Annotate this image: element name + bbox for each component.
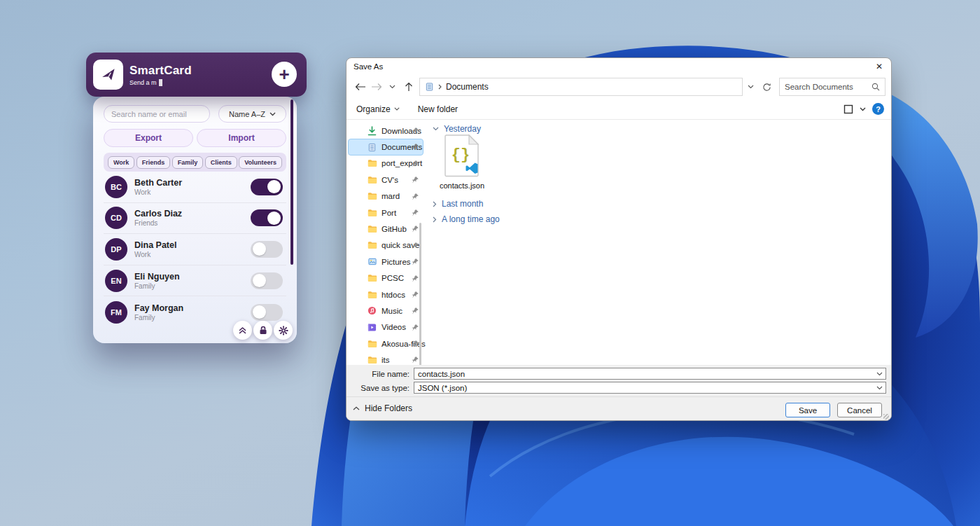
dialog-title: Save As [354, 62, 383, 71]
address-bar[interactable]: Documents [419, 78, 743, 96]
settings-button[interactable] [274, 321, 293, 340]
filename-panel: File name: Save as type: JSON (*.json) [346, 365, 891, 396]
folder-icon [367, 355, 377, 366]
contact-toggle[interactable] [251, 241, 283, 258]
contact-tag: Work [134, 188, 182, 196]
contact-tag: Family [134, 282, 180, 290]
sidebar-item-cvs[interactable]: CV's [348, 172, 424, 188]
resize-grip[interactable] [883, 414, 889, 420]
chevron-right-icon [433, 201, 437, 207]
double-chevron-up-icon [238, 326, 247, 335]
pin-icon [411, 291, 419, 299]
view-options-icon[interactable] [844, 104, 853, 114]
toggle-knob [253, 242, 266, 256]
toggle-knob [267, 180, 281, 193]
contact-toggle[interactable] [251, 209, 283, 226]
pin-icon [411, 324, 419, 332]
tag-chip-clients[interactable]: Clients [205, 156, 237, 169]
sidebar-item-music[interactable]: Music [348, 303, 424, 319]
avatar: CD [105, 207, 127, 229]
contact-toggle[interactable] [251, 179, 283, 195]
sidebar-item-port-export[interactable]: port_export [348, 155, 424, 172]
tag-chip-work[interactable]: Work [108, 156, 134, 169]
hide-folders-button[interactable]: Hide Folders [353, 403, 412, 413]
forward-button[interactable] [368, 78, 384, 95]
file-contacts-json[interactable]: {} contacts.json [439, 134, 485, 190]
sidebar-item-quick-save[interactable]: quick save [348, 237, 424, 254]
save-button[interactable]: Save [785, 403, 830, 417]
sidebar-item-documents[interactable]: Documents [348, 139, 424, 155]
lock-icon [259, 326, 267, 335]
breadcrumb[interactable]: Documents [446, 82, 489, 92]
folder-icon [367, 273, 377, 284]
contact-toggle[interactable] [251, 272, 283, 289]
pin-icon [411, 143, 419, 151]
contact-list: BC Beth Carter Work CD Carlos Diaz Frien… [104, 172, 286, 328]
close-button[interactable]: ✕ [872, 60, 887, 73]
tag-chip-volunteers[interactable]: Volunteers [239, 156, 282, 169]
chevron-up-icon [353, 406, 360, 410]
sidebar-item-pictures[interactable]: Pictures [348, 254, 424, 270]
contact-toggle[interactable] [251, 304, 283, 321]
sidebar-item-port[interactable]: Port [348, 205, 424, 221]
dialog-titlebar[interactable]: Save As ✕ [346, 58, 891, 75]
recent-locations-button[interactable] [384, 78, 400, 95]
sidebar-item-videos[interactable]: Videos [348, 319, 424, 335]
sidebar-item-label: its [382, 356, 390, 364]
sidebar-item-github[interactable]: GitHub [348, 221, 424, 237]
tag-filter-band: Work Friends Family Clients Volunteers [104, 153, 286, 172]
refresh-button[interactable] [759, 78, 775, 95]
dialog-toolbar: Organize New folder ? [346, 99, 891, 120]
group-last-month[interactable]: Last month [433, 199, 483, 209]
chevron-down-icon[interactable] [860, 107, 866, 111]
documents-icon [367, 142, 377, 153]
new-folder-button[interactable]: New folder [418, 104, 458, 114]
contact-name: Dina Patel [134, 240, 176, 250]
breadcrumb-chevron-icon [438, 84, 442, 90]
cancel-button[interactable]: Cancel [837, 403, 882, 417]
chevron-down-icon [270, 112, 276, 116]
back-button[interactable] [352, 78, 368, 95]
tag-chip-family[interactable]: Family [172, 156, 204, 169]
search-input[interactable] [104, 105, 210, 123]
tag-chip-friends[interactable]: Friends [136, 156, 171, 169]
svg-text:{}: {} [451, 146, 470, 164]
search-documents-input[interactable] [780, 83, 867, 91]
help-button[interactable]: ? [872, 103, 884, 115]
sidebar-item-pcsc[interactable]: PCSC [348, 270, 424, 286]
sidebar-item-label: Port [382, 209, 396, 217]
organize-menu[interactable]: Organize [356, 104, 400, 114]
add-contact-button[interactable]: + [272, 62, 297, 87]
sidebar-item-label: CV's [382, 176, 398, 184]
folder-icon [367, 240, 377, 251]
group-a-long-time-ago[interactable]: A long time ago [433, 214, 500, 224]
sidebar-item-mard[interactable]: mard [348, 188, 424, 205]
smartcard-scrollbar[interactable] [290, 99, 293, 265]
sidebar-item-htdocs[interactable]: htdocs [348, 286, 424, 303]
address-dropdown-button[interactable] [743, 78, 759, 95]
gear-icon [279, 326, 288, 335]
pin-icon [411, 275, 419, 283]
group-label: Last month [442, 199, 483, 209]
sort-dropdown[interactable]: Name A–Z [218, 105, 286, 123]
contact-row: EN Eli Nguyen Family [104, 265, 286, 297]
chevron-down-icon [389, 85, 396, 89]
file-name-input[interactable] [414, 370, 886, 378]
collapse-all-button[interactable] [233, 321, 252, 340]
sidebar-item-downloads[interactable]: Downloads [348, 123, 424, 139]
smartcard-header: SmartCard Send a m + [86, 53, 307, 97]
lock-button[interactable] [253, 321, 272, 340]
up-button[interactable] [400, 78, 416, 95]
save-as-type-dropdown[interactable]: JSON (*.json) [414, 382, 886, 394]
new-folder-label: New folder [418, 104, 458, 114]
sidebar-item-akosua-files[interactable]: Akosua-files [348, 335, 424, 352]
navigation-bar: Documents [346, 75, 891, 99]
chevron-down-icon[interactable] [876, 372, 883, 376]
refresh-icon [762, 83, 771, 92]
music-icon [367, 305, 377, 316]
contact-name: Eli Nguyen [134, 272, 180, 282]
export-button[interactable]: Export [104, 129, 193, 147]
import-button[interactable]: Import [197, 129, 286, 147]
group-yesterday[interactable]: Yesterday [433, 124, 481, 134]
avatar: BC [105, 176, 127, 198]
